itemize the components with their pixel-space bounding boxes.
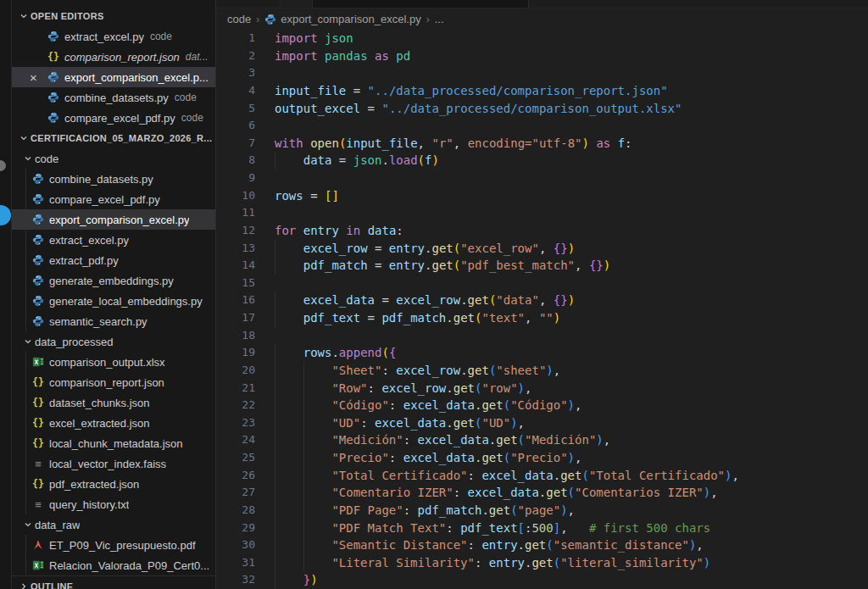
line-number[interactable]: 2 [216,47,255,65]
folder-row-data_processed[interactable]: data_processed [12,331,215,352]
code-line[interactable]: 3 [216,64,868,82]
tree-file-row[interactable]: {}pdf_extracted.json [12,474,215,494]
line-number[interactable]: 30 [216,536,255,554]
tree-file-row[interactable]: ET_P09_Vic_presupuesto.pdf [12,535,215,555]
code-line[interactable]: 20"Sheet": excel_row.get("sheet"), [216,362,868,380]
chevron-right-icon[interactable] [17,580,31,589]
line-number[interactable]: 24 [216,431,255,449]
tree-file-row[interactable]: Relacion_Valorada_P09_Cert0... [12,555,215,575]
tree-file-row[interactable]: extract_excel.py [12,230,215,250]
tree-file-row[interactable]: generate_embeddings.py [12,270,215,291]
code-line[interactable]: 17pdf_text = pdf_match.get("text", "") [216,309,868,327]
line-number[interactable]: 29 [216,520,255,537]
line-number[interactable]: 12 [216,222,255,240]
code-line[interactable]: 18 [216,327,868,345]
line-number[interactable]: 27 [216,484,255,502]
tree-file-row[interactable]: ≡query_history.txt [12,494,215,514]
tab-bar[interactable] [216,0,868,8]
chevron-down-icon[interactable] [17,9,31,23]
line-number[interactable]: 17 [216,309,255,327]
code-line[interactable]: 10rows = [] [216,187,868,205]
line-number[interactable]: 20 [216,362,255,380]
tree-file-row[interactable]: extract_pdf.py [12,250,215,270]
tab-segment[interactable] [281,0,313,8]
close-icon[interactable]: × [24,71,47,84]
breadcrumb-file[interactable]: export_comparison_excel.py [281,13,420,25]
tree-file-row[interactable]: generate_local_embeddings.py [12,291,215,311]
tree-file-row[interactable]: {}dataset_chunks.json [12,392,215,413]
code-line[interactable]: 15 [216,275,868,292]
open-editor-item[interactable]: extract_excel.pycode [12,26,215,47]
chevron-down-icon[interactable] [21,152,35,165]
open-editor-item[interactable]: {}comparison_report.jsondat... [12,47,215,67]
line-number[interactable]: 21 [216,380,255,397]
tree-file-row[interactable]: {}local_chunk_metadata.json [12,433,215,453]
code-line[interactable]: 27"Comentario IZER": excel_data.get("Com… [216,484,868,502]
code-line[interactable]: 5output_excel = "../data_processed/compa… [216,100,868,118]
tree-file-row[interactable]: {}comparison_report.json [12,372,215,392]
line-number[interactable]: 10 [216,187,255,205]
line-number[interactable]: 18 [216,327,255,345]
folder-row-data_raw[interactable]: data_raw [12,514,215,535]
line-number[interactable]: 14 [216,257,255,275]
code-line[interactable]: 12for entry in data: [216,222,868,240]
breadcrumb[interactable]: code›export_comparison_excel.py›... [216,8,868,30]
code-line[interactable]: 6 [216,117,868,135]
line-number[interactable]: 31 [216,554,255,572]
code-line[interactable]: 22"Código": excel_data.get("Código"), [216,397,868,414]
tab-segment-active[interactable] [313,0,529,8]
line-number[interactable]: 6 [216,117,255,135]
line-number[interactable]: 3 [216,64,255,82]
tree-file-row[interactable]: compare_excel_pdf.py [12,189,215,209]
tree-file-row[interactable]: {}excel_extracted.json [12,413,215,433]
code-line[interactable]: 28"PDF Page": pdf_match.get("page"), [216,502,868,520]
line-number[interactable]: 28 [216,502,255,520]
breadcrumb-folder[interactable]: code [227,13,251,25]
code-line[interactable]: 30"Semantic Distance": entry.get("semant… [216,536,868,554]
line-number[interactable]: 13 [216,240,255,258]
code-line[interactable]: 9 [216,169,868,187]
code-line[interactable]: 8data = json.load(f) [216,152,868,169]
line-number[interactable]: 11 [216,204,255,222]
line-number[interactable]: 9 [216,169,255,187]
code-line[interactable]: 29"PDF Match Text": pdf_text[:500], # fi… [216,520,868,537]
tree-file-row[interactable]: comparison_output.xlsx [12,352,215,372]
line-number[interactable]: 19 [216,344,255,362]
blue-badge-icon[interactable] [0,205,11,225]
line-number[interactable]: 7 [216,135,255,153]
code-line[interactable]: 24"Medición": excel_data.get("Medición")… [216,431,868,449]
tree-file-row[interactable]: combine_datasets.py [12,169,215,189]
code-line[interactable]: 32}) [216,571,868,589]
breadcrumb-symbol[interactable]: ... [435,13,444,25]
chevron-down-icon[interactable] [21,518,35,531]
tree-file-row[interactable]: semantic_search.py [12,311,215,331]
line-number[interactable]: 26 [216,467,255,485]
code-line[interactable]: 25"Precio": excel_data.get("Precio"), [216,449,868,467]
line-number[interactable]: 16 [216,292,255,309]
section-header-outline[interactable]: OUTLINE [12,575,215,589]
code-line[interactable]: 31"Literal Similarity": entry.get("liter… [216,554,868,572]
code-line[interactable]: 7with open(input_file, "r", encoding="ut… [216,135,868,153]
code-line[interactable]: 11 [216,204,868,222]
line-number[interactable]: 23 [216,414,255,432]
tree-file-row[interactable]: export_comparison_excel.py [12,209,215,230]
open-editor-item[interactable]: combine_datasets.pycode [12,87,215,108]
code-line[interactable]: 14pdf_match = entry.get("pdf_best_match"… [216,257,868,275]
line-number[interactable]: 4 [216,82,255,100]
code-line[interactable]: 2import pandas as pd [216,47,868,65]
line-number[interactable]: 22 [216,397,255,414]
line-number[interactable]: 1 [216,30,255,47]
code-editor[interactable]: 1import json2import pandas as pd34input_… [216,30,868,589]
code-line[interactable]: 1import json [216,30,868,47]
code-line[interactable]: 13excel_row = entry.get("excel_row", {}) [216,240,868,258]
code-line[interactable]: 23"UD": excel_data.get("UD"), [216,414,868,432]
line-number[interactable]: 8 [216,152,255,169]
open-editor-item[interactable]: compare_excel_pdf.pycode [12,108,215,128]
code-line[interactable]: 16excel_data = excel_row.get("data", {}) [216,292,868,309]
code-line[interactable]: 21"Row": excel_row.get("row"), [216,380,868,397]
tab-segment[interactable] [216,0,281,8]
open-editor-item[interactable]: ×export_comparison_excel.p... [12,67,215,87]
code-line[interactable]: 19rows.append({ [216,344,868,362]
section-header-project[interactable]: CERTIFICACION_05_MARZO_2026_R... [12,128,215,148]
line-number[interactable]: 32 [216,571,255,589]
